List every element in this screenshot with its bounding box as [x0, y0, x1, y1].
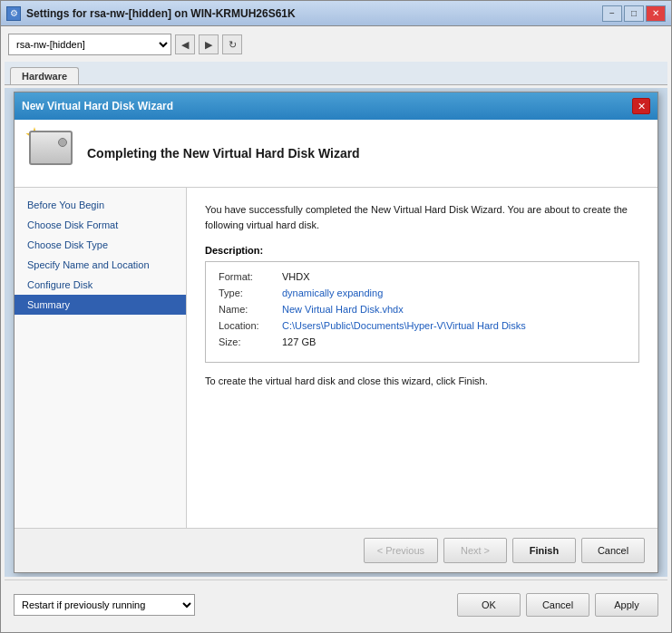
vm-dropdown[interactable]: rsa-nw-[hidden]	[8, 34, 171, 55]
dialog-title: New Virtual Hard Disk Wizard	[22, 100, 173, 112]
outer-titlebar: ⚙ Settings for rsa-nw-[hidden] on WIN-KR…	[1, 1, 671, 26]
field-format-value: VHDX	[282, 271, 310, 282]
finish-button[interactable]: Finish	[512, 538, 576, 563]
forward-button[interactable]: ▶	[199, 34, 219, 54]
bottom-buttons: OK Cancel Apply	[457, 593, 658, 617]
field-size: Size: 127 GB	[219, 336, 626, 347]
right-content: You have successfully completed the New …	[187, 188, 657, 528]
cancel-button[interactable]: Cancel	[581, 538, 645, 563]
field-size-key: Size:	[219, 336, 282, 347]
wizard-dialog: New Virtual Hard Disk Wizard ✕ Completin…	[14, 92, 658, 573]
field-size-value: 127 GB	[282, 336, 316, 347]
back-button[interactable]: ◀	[175, 34, 195, 54]
header-icon-container	[29, 131, 74, 176]
field-location: Location: C:\Users\Public\Documents\Hype…	[219, 320, 626, 331]
toolbar-row: rsa-nw-[hidden] ◀ ▶ ↻	[5, 30, 667, 59]
cancel-bottom-button[interactable]: Cancel	[526, 593, 589, 617]
nav-item-choose-disk-format[interactable]: Choose Disk Format	[15, 215, 186, 235]
description-label: Description:	[205, 245, 639, 256]
dialog-body: Completing the New Virtual Hard Disk Wiz…	[15, 120, 657, 572]
ok-button[interactable]: OK	[457, 593, 521, 617]
restart-select[interactable]: Restart if previously running	[14, 594, 195, 616]
success-text: You have successfully completed the New …	[205, 202, 639, 232]
field-type-value: dynamically expanding	[282, 287, 383, 298]
wizard-header-title: Completing the New Virtual Hard Disk Wiz…	[87, 146, 360, 161]
field-format-key: Format:	[219, 271, 282, 282]
next-button[interactable]: Next >	[443, 538, 507, 563]
hdd-icon	[29, 131, 73, 165]
dialog-titlebar: New Virtual Hard Disk Wizard ✕	[15, 93, 657, 120]
nav-item-choose-disk-type[interactable]: Choose Disk Type	[15, 235, 186, 255]
dialog-button-row: < Previous Next > Finish Cancel	[15, 528, 657, 572]
nav-item-summary[interactable]: Summary	[15, 295, 186, 315]
dialog-overlay: New Virtual Hard Disk Wizard ✕ Completin…	[5, 88, 667, 577]
nav-item-configure-disk[interactable]: Configure Disk	[15, 275, 186, 295]
previous-button[interactable]: < Previous	[364, 538, 438, 563]
minimize-button[interactable]: −	[602, 5, 622, 22]
nav-item-before-you-begin[interactable]: Before You Begin	[15, 195, 186, 215]
field-name-value: New Virtual Hard Disk.vhdx	[282, 304, 404, 315]
close-button[interactable]: ✕	[646, 5, 666, 22]
outer-window: ⚙ Settings for rsa-nw-[hidden] on WIN-KR…	[0, 0, 672, 633]
apply-button[interactable]: Apply	[595, 593, 658, 617]
nav-item-specify-name-location[interactable]: Specify Name and Location	[15, 255, 186, 275]
maximize-button[interactable]: □	[624, 5, 644, 22]
window-controls: − □ ✕	[602, 5, 666, 22]
field-name: Name: New Virtual Hard Disk.vhdx	[219, 304, 626, 315]
outer-window-title: Settings for rsa-nw-[hidden] on WIN-KRMU…	[26, 7, 296, 20]
finish-text: To create the virtual hard disk and clos…	[205, 375, 639, 386]
field-type-key: Type:	[219, 287, 282, 298]
refresh-button[interactable]: ↻	[222, 34, 242, 54]
dialog-close-button[interactable]: ✕	[632, 98, 650, 114]
app-icon: ⚙	[6, 6, 21, 21]
description-box: Format: VHDX Type: dynamically expanding…	[205, 261, 639, 363]
field-location-key: Location:	[219, 320, 282, 331]
field-type: Type: dynamically expanding	[219, 287, 626, 298]
tab-hardware[interactable]: Hardware	[10, 67, 79, 84]
dialog-header: Completing the New Virtual Hard Disk Wiz…	[15, 120, 657, 188]
left-nav: Before You Begin Choose Disk Format Choo…	[15, 188, 187, 528]
outer-content: rsa-nw-[hidden] ◀ ▶ ↻ Hardware New Virtu…	[1, 26, 671, 632]
field-location-value: C:\Users\Public\Documents\Hyper-V\Virtua…	[282, 320, 526, 331]
restart-dropdown-container: Restart if previously running	[14, 594, 195, 616]
field-format: Format: VHDX	[219, 271, 626, 282]
tab-bar: Hardware	[5, 62, 667, 85]
bottom-bar: Restart if previously running OK Cancel …	[5, 579, 667, 628]
field-name-key: Name:	[219, 304, 282, 315]
dialog-main: Before You Begin Choose Disk Format Choo…	[15, 188, 657, 528]
